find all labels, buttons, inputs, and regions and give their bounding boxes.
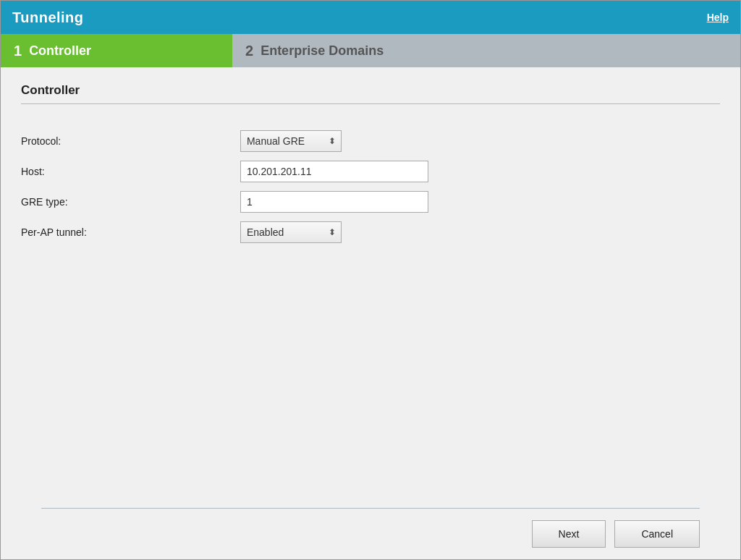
footer: Next Cancel [21, 496, 720, 559]
form: Protocol: Manual GRE NVGRE IPIP Host: [21, 122, 720, 252]
step-1[interactable]: 1 Controller [1, 34, 232, 67]
gre-type-input[interactable] [240, 191, 428, 213]
footer-buttons: Next Cancel [41, 520, 700, 548]
step-2-number: 2 [245, 43, 253, 59]
protocol-control: Manual GRE NVGRE IPIP [240, 130, 720, 152]
help-link[interactable]: Help [707, 12, 729, 23]
main-content: Controller Protocol: Manual GRE NVGRE IP… [1, 67, 740, 559]
step-2[interactable]: 2 Enterprise Domains [232, 34, 740, 67]
protocol-label: Protocol: [21, 130, 240, 152]
per-ap-tunnel-row: Per-AP tunnel: Enabled Disabled [21, 221, 720, 243]
protocol-row: Protocol: Manual GRE NVGRE IPIP [21, 130, 720, 152]
per-ap-tunnel-select[interactable]: Enabled Disabled [240, 221, 342, 243]
per-ap-tunnel-select-wrapper[interactable]: Enabled Disabled [240, 221, 342, 243]
gre-type-control [240, 191, 720, 213]
title-bar: Tunneling Help [1, 1, 740, 34]
footer-divider [41, 508, 700, 509]
gre-type-row: GRE type: [21, 191, 720, 213]
host-control [240, 161, 720, 182]
per-ap-tunnel-label: Per-AP tunnel: [21, 221, 240, 243]
gre-type-label: GRE type: [21, 191, 240, 213]
protocol-select-wrapper[interactable]: Manual GRE NVGRE IPIP [240, 130, 342, 152]
step-2-label: Enterprise Domains [261, 43, 384, 59]
dialog-title: Tunneling [12, 9, 84, 26]
step-1-label: Controller [29, 43, 91, 59]
steps-bar: 1 Controller 2 Enterprise Domains [1, 34, 740, 67]
host-label: Host: [21, 161, 240, 182]
section-title: Controller [21, 83, 720, 98]
next-button[interactable]: Next [532, 520, 606, 548]
section-divider [21, 103, 720, 104]
host-input[interactable] [240, 161, 428, 182]
protocol-select[interactable]: Manual GRE NVGRE IPIP [240, 130, 342, 152]
host-row: Host: [21, 161, 720, 182]
tunneling-dialog: Tunneling Help 1 Controller 2 Enterprise… [0, 0, 741, 560]
cancel-button[interactable]: Cancel [614, 520, 700, 548]
per-ap-tunnel-control: Enabled Disabled [240, 221, 720, 243]
step-1-number: 1 [14, 43, 22, 59]
